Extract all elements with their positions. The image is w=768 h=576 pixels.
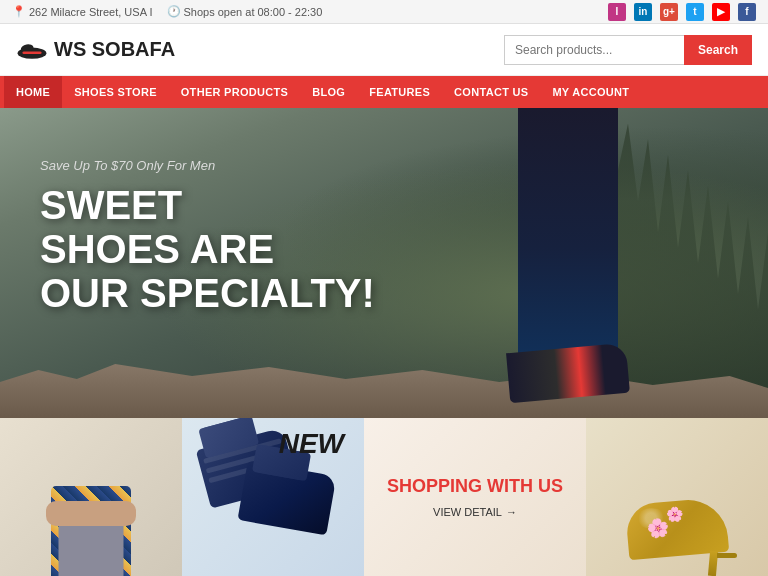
new-badge: NEW xyxy=(279,428,344,460)
facebook-icon[interactable]: f xyxy=(738,3,756,21)
hero-title: SWEET SHOES ARE OUR SPECIALTY! xyxy=(40,183,375,315)
hero-text: Save Up To $70 Only For Men SWEET SHOES … xyxy=(40,158,375,315)
panel-shopping: SHOPPING WITH US VIEW DETAIL xyxy=(364,418,586,576)
search-bar: Search xyxy=(504,35,752,65)
hero-title-line2: SHOES ARE xyxy=(40,227,274,271)
header: WS SOBAFA Search xyxy=(0,24,768,76)
search-input[interactable] xyxy=(504,35,684,65)
panel-heel: 🌸 🌸 xyxy=(586,418,768,576)
svg-rect-2 xyxy=(22,51,41,53)
view-detail-link[interactable]: VIEW DETAIL xyxy=(433,506,517,518)
logo-text: WS SOBAFA xyxy=(54,38,175,61)
address-text: 262 Milacre Street, USA I xyxy=(29,6,153,18)
top-bar-left: 📍 262 Milacre Street, USA I 🕐 Shops open… xyxy=(12,5,322,18)
hours-info: 🕐 Shops open at 08:00 - 22:30 xyxy=(167,5,323,18)
google-icon[interactable]: g+ xyxy=(660,3,678,21)
hero-shoe xyxy=(506,343,630,403)
nav-contact[interactable]: CONTACT US xyxy=(442,76,540,108)
twitter-icon[interactable]: t xyxy=(686,3,704,21)
hours-text: Shops open at 08:00 - 22:30 xyxy=(184,6,323,18)
shoe-boot-2 xyxy=(237,461,336,536)
heel-shoe: 🌸 🌸 xyxy=(617,446,737,576)
figure-person xyxy=(0,418,182,576)
hero-subtitle: Save Up To $70 Only For Men xyxy=(40,158,375,173)
nav-account[interactable]: MY ACCOUNT xyxy=(540,76,641,108)
linkedin-icon[interactable]: in xyxy=(634,3,652,21)
pin-icon: 📍 xyxy=(12,5,26,18)
address-info: 📍 262 Milacre Street, USA I xyxy=(12,5,153,18)
main-nav: HOME SHOES STORE OTHER PRODUCTS BLOG FEA… xyxy=(0,76,768,108)
social-icons: I in g+ t ▶ f xyxy=(608,3,756,21)
hero-title-line3: OUR SPECIALTY! xyxy=(40,271,375,315)
nav-blog[interactable]: BLOG xyxy=(300,76,357,108)
shoes-display: NEW xyxy=(182,418,364,576)
bottom-section: NEW SHOPPING WITH US VIEW DETAIL 🌸 🌸 xyxy=(0,418,768,576)
top-bar: 📍 262 Milacre Street, USA I 🕐 Shops open… xyxy=(0,0,768,24)
search-button[interactable]: Search xyxy=(684,35,752,65)
nav-features[interactable]: FEATURES xyxy=(357,76,442,108)
figure-arms xyxy=(46,501,136,526)
figure-pants xyxy=(59,526,124,576)
hero-section: Save Up To $70 Only For Men SWEET SHOES … xyxy=(0,108,768,418)
nav-other-products[interactable]: OTHER PRODUCTS xyxy=(169,76,300,108)
logo-icon xyxy=(16,40,48,60)
logo[interactable]: WS SOBAFA xyxy=(16,38,175,61)
instagram-icon[interactable]: I xyxy=(608,3,626,21)
hero-title-line1: SWEET xyxy=(40,183,182,227)
nav-shoes-store[interactable]: SHOES STORE xyxy=(62,76,169,108)
view-detail-text: VIEW DETAIL xyxy=(433,506,502,518)
nav-home[interactable]: HOME xyxy=(4,76,62,108)
clock-icon: 🕐 xyxy=(167,5,181,18)
panel-shoes: NEW xyxy=(182,418,364,576)
youtube-icon[interactable]: ▶ xyxy=(712,3,730,21)
panel-person xyxy=(0,418,182,576)
shopping-title: SHOPPING WITH US xyxy=(387,476,563,498)
